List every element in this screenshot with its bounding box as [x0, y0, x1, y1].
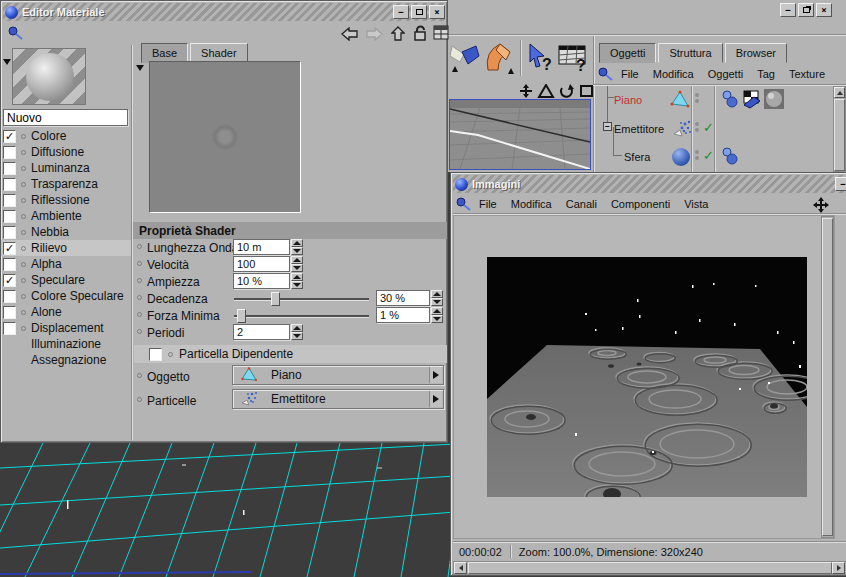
channel-row[interactable]: ✓ Colore: [3, 129, 66, 143]
decay-slider-handle[interactable]: [271, 292, 280, 306]
material-preview[interactable]: [12, 48, 86, 105]
channel-checkbox[interactable]: [3, 178, 16, 191]
menu-oggetti[interactable]: Oggetti: [708, 68, 743, 80]
scroll-right-button[interactable]: [832, 562, 845, 574]
menu-texture[interactable]: Texture: [789, 68, 825, 80]
menu-canali[interactable]: Canali: [566, 198, 597, 210]
tab-struttura[interactable]: Struttura: [658, 43, 722, 63]
amplitude-input[interactable]: 10 %: [233, 273, 290, 289]
channel-row[interactable]: ✓ Speculare: [3, 273, 85, 287]
object-row-sfera[interactable]: Sfera: [622, 146, 690, 168]
images-titlebar[interactable]: Immagini: [453, 175, 846, 193]
object-tool-button[interactable]: [482, 40, 514, 76]
channel-checkbox[interactable]: ✓: [3, 130, 16, 143]
minforce-slider-track[interactable]: [234, 315, 369, 317]
minforce-slider-handle[interactable]: [237, 309, 246, 323]
shader-preview-dropdown-arrow[interactable]: [136, 65, 144, 71]
rotate-icon[interactable]: [561, 84, 574, 97]
help-structure-button[interactable]: ?: [558, 42, 592, 74]
scroll-left-button[interactable]: [454, 562, 467, 574]
wavelength-spinner[interactable]: [291, 239, 303, 255]
light-tool-button[interactable]: [450, 40, 480, 76]
decay-slider-track[interactable]: [234, 298, 369, 300]
minforce-value[interactable]: 1 %: [376, 307, 430, 323]
object-row-piano[interactable]: Piano: [614, 90, 690, 112]
menu-tag[interactable]: Tag: [757, 68, 775, 80]
minforce-spinner[interactable]: [431, 307, 443, 323]
help-select-button[interactable]: ?: [526, 42, 556, 74]
pin-icon[interactable]: [455, 197, 471, 211]
menu-vista[interactable]: Vista: [684, 198, 708, 210]
channel-row[interactable]: Nebbia: [3, 225, 69, 239]
channel-checkbox[interactable]: [3, 210, 16, 223]
channel-row[interactable]: Assegnazione: [31, 353, 106, 367]
particles-combo[interactable]: Emettitore: [232, 389, 444, 409]
object-combo[interactable]: Piano: [232, 365, 444, 385]
close-button[interactable]: ×: [429, 5, 445, 19]
channel-checkbox[interactable]: [3, 306, 16, 319]
pin-icon[interactable]: [7, 26, 23, 41]
channel-checkbox[interactable]: [3, 322, 16, 335]
channel-checkbox[interactable]: [3, 146, 16, 159]
image-vscrollbar[interactable]: [821, 216, 834, 538]
scale-icon[interactable]: [539, 85, 553, 97]
image-hscrollbar[interactable]: [453, 561, 846, 575]
channel-checkbox[interactable]: [3, 194, 16, 207]
maximize-view-icon[interactable]: [581, 86, 592, 96]
pin-icon[interactable]: [597, 67, 613, 81]
channel-checkbox[interactable]: ✓: [3, 242, 16, 255]
object-row-emettitore[interactable]: Emettitore: [614, 118, 690, 140]
menu-componenti[interactable]: Componenti: [611, 198, 670, 210]
channel-checkbox[interactable]: [3, 290, 16, 303]
speed-input[interactable]: 100: [233, 256, 290, 272]
channel-checkbox[interactable]: ✓: [3, 274, 16, 287]
image-canvas-area[interactable]: [453, 215, 835, 539]
shader-preview[interactable]: [149, 61, 301, 213]
minimize-button[interactable]: −: [835, 177, 846, 191]
visibility-dots[interactable]: [695, 91, 699, 105]
layout-table-icon[interactable]: [433, 25, 449, 40]
forward-arrow-icon[interactable]: [365, 27, 383, 41]
lock-open-icon[interactable]: [413, 25, 427, 41]
compositing-tag-icon[interactable]: [742, 89, 762, 109]
material-editor-titlebar[interactable]: Editor Materiale: [3, 3, 445, 21]
channel-row[interactable]: Alpha: [3, 257, 62, 271]
speed-spinner[interactable]: [291, 256, 303, 272]
menu-file[interactable]: File: [479, 198, 497, 210]
channel-row[interactable]: Trasparenza: [3, 177, 98, 191]
visibility-dots[interactable]: [695, 120, 699, 134]
channel-row[interactable]: Luminanza: [3, 161, 90, 175]
visibility-dots[interactable]: [695, 148, 699, 162]
move-icon[interactable]: [520, 84, 532, 98]
tab-browser[interactable]: Browser: [725, 43, 787, 63]
channel-checkbox[interactable]: [3, 226, 16, 239]
perspective-viewport[interactable]: [0, 443, 455, 577]
channel-row[interactable]: Diffusione: [3, 145, 84, 159]
object-combo-arrow[interactable]: [429, 367, 442, 383]
decay-value[interactable]: 30 %: [376, 290, 430, 306]
phong-tag-icon[interactable]: [720, 146, 740, 166]
preview-dropdown-arrow[interactable]: [3, 59, 11, 65]
maximize-button[interactable]: [411, 5, 427, 19]
channel-row[interactable]: Colore Speculare: [3, 289, 124, 303]
phong-tag-icon[interactable]: [720, 89, 740, 109]
channel-row[interactable]: Riflessione: [3, 193, 90, 207]
amplitude-spinner[interactable]: [291, 273, 303, 289]
pan-icon[interactable]: [813, 197, 831, 213]
channel-checkbox[interactable]: [3, 258, 16, 271]
tab-shader[interactable]: Shader: [190, 43, 247, 63]
menu-modifica[interactable]: Modifica: [653, 68, 694, 80]
menu-file[interactable]: File: [621, 68, 639, 80]
back-arrow-icon[interactable]: [341, 27, 359, 41]
tab-base[interactable]: Base: [141, 43, 188, 63]
menu-modifica[interactable]: Modifica: [511, 198, 552, 210]
channel-row[interactable]: Illuminazione: [31, 337, 101, 351]
expander-box[interactable]: −: [603, 122, 612, 131]
channel-row[interactable]: Displacement: [3, 321, 104, 335]
particle-dependent-checkbox[interactable]: [149, 348, 162, 361]
periods-input[interactable]: 2: [233, 324, 290, 340]
particle-dependent-row[interactable]: Particella Dipendente: [134, 345, 447, 363]
periods-spinner[interactable]: [291, 324, 303, 340]
decay-spinner[interactable]: [431, 290, 443, 306]
material-tag-icon[interactable]: [764, 89, 784, 109]
